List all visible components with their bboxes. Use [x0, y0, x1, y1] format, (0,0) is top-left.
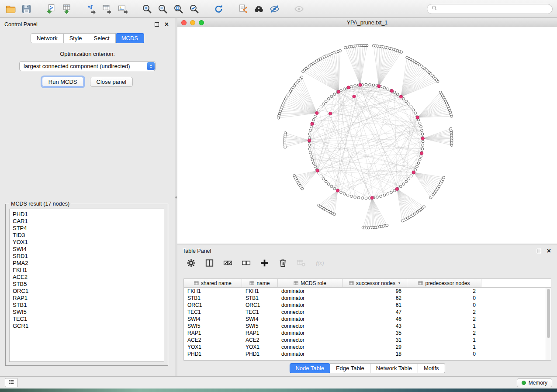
column-header-name[interactable]: name: [242, 279, 278, 287]
select-all-columns-button[interactable]: [222, 257, 234, 269]
network-node[interactable]: [390, 191, 393, 194]
mcds-result-item[interactable]: STB1: [13, 302, 164, 309]
cell-role[interactable]: dominator: [278, 330, 343, 336]
network-node[interactable]: [350, 86, 353, 88]
cell-name[interactable]: SWI5: [242, 323, 278, 329]
cell-predecessors[interactable]: 1: [407, 337, 481, 343]
network-node[interactable]: [421, 133, 424, 135]
table-row[interactable]: TEC1TEC1connector472: [184, 309, 546, 316]
network-node[interactable]: [343, 88, 346, 90]
cell-name[interactable]: FKH1: [242, 288, 278, 294]
cell-shared_name[interactable]: RAP1: [184, 330, 242, 336]
table-row[interactable]: FKH1FKH1dominator962: [184, 288, 546, 295]
cell-name[interactable]: TEC1: [242, 309, 278, 315]
toggle-column-panel-button[interactable]: [204, 257, 215, 269]
search-input[interactable]: [440, 5, 548, 12]
network-hub-node[interactable]: [395, 187, 398, 190]
network-node[interactable]: [343, 193, 346, 195]
tab-network[interactable]: Network: [31, 33, 64, 43]
cell-predecessors[interactable]: 1: [407, 323, 481, 329]
network-hub-node[interactable]: [377, 85, 381, 88]
cell-role[interactable]: dominator: [278, 316, 343, 322]
network-node[interactable]: [410, 106, 412, 108]
network-hub-node[interactable]: [308, 139, 311, 142]
network-node[interactable]: [399, 185, 402, 188]
network-node[interactable]: [333, 93, 336, 96]
network-node[interactable]: [383, 86, 386, 89]
cell-shared_name[interactable]: SWI5: [184, 323, 242, 329]
cell-role[interactable]: connector: [278, 323, 343, 329]
network-node[interactable]: [325, 180, 327, 183]
network-node[interactable]: [301, 187, 304, 190]
network-node[interactable]: [443, 176, 445, 179]
cell-role[interactable]: connector: [278, 337, 343, 343]
table-row[interactable]: YOX1YOX1connector291: [184, 344, 546, 351]
network-canvas[interactable]: [177, 27, 557, 244]
network-node[interactable]: [365, 197, 367, 199]
column-header-successors[interactable]: successor nodes▾: [343, 279, 407, 287]
network-node[interactable]: [422, 144, 424, 147]
table-row[interactable]: PHD1PHD1dominator180: [184, 351, 546, 358]
network-node[interactable]: [365, 83, 367, 86]
network-node[interactable]: [325, 100, 327, 103]
network-node[interactable]: [414, 112, 417, 114]
save-session-button[interactable]: [20, 3, 33, 15]
network-node[interactable]: [408, 103, 410, 105]
mcds-result-item[interactable]: YOX1: [13, 239, 164, 246]
zoom-in-button[interactable]: [141, 3, 153, 15]
network-node[interactable]: [311, 158, 314, 161]
network-node[interactable]: [396, 93, 399, 96]
network-hub-node[interactable]: [315, 111, 318, 114]
import-network-button[interactable]: [45, 3, 57, 15]
network-hub-node[interactable]: [420, 151, 423, 155]
network-hub-node[interactable]: [311, 122, 314, 125]
export-image-button[interactable]: [116, 3, 129, 15]
cell-shared_name[interactable]: PHD1: [184, 351, 242, 357]
mcds-result-list[interactable]: PHD1CAR1STP4TID3YOX1SWI4SRD1PMA2FKH1ACE2…: [9, 209, 164, 362]
cell-shared_name[interactable]: YOX1: [184, 344, 242, 350]
network-node[interactable]: [420, 155, 422, 158]
float-panel-icon[interactable]: [155, 22, 159, 27]
cell-predecessors[interactable]: 1: [407, 344, 481, 350]
cell-predecessors[interactable]: 2: [407, 288, 481, 294]
network-node[interactable]: [308, 148, 311, 150]
tab-mcds[interactable]: MCDS: [116, 33, 144, 43]
network-node[interactable]: [322, 103, 325, 105]
network-node[interactable]: [372, 84, 375, 86]
memory-button[interactable]: Memory: [517, 378, 552, 387]
network-node[interactable]: [333, 187, 336, 190]
network-node[interactable]: [421, 148, 424, 150]
cell-successors[interactable]: 46: [343, 316, 407, 322]
column-header-shared_name[interactable]: shared name: [184, 279, 242, 287]
cell-successors[interactable]: 96: [343, 288, 407, 294]
close-table-panel-icon[interactable]: ×: [547, 249, 551, 253]
network-node[interactable]: [340, 191, 343, 194]
cell-predecessors[interactable]: 0: [407, 302, 481, 308]
minimize-window-button[interactable]: [190, 20, 195, 25]
share-network-button[interactable]: [237, 3, 249, 15]
cell-predecessors[interactable]: 0: [407, 295, 481, 301]
close-panel-button[interactable]: Close panel: [90, 77, 133, 87]
mcds-result-item[interactable]: ACE2: [13, 274, 164, 281]
mcds-result-item[interactable]: PHD1: [13, 211, 164, 218]
mcds-result-item[interactable]: STP4: [13, 225, 164, 232]
cell-predecessors[interactable]: 0: [407, 351, 481, 357]
network-node[interactable]: [314, 115, 317, 118]
network-hub-node[interactable]: [316, 169, 319, 172]
run-mcds-button[interactable]: Run MCDS: [42, 77, 84, 87]
network-node[interactable]: [309, 151, 312, 154]
network-node[interactable]: [383, 194, 386, 196]
cell-name[interactable]: RAP1: [242, 330, 278, 336]
table-scrollbar[interactable]: [546, 288, 551, 360]
tab-style[interactable]: Style: [64, 33, 88, 43]
network-node[interactable]: [376, 196, 379, 199]
mcds-result-item[interactable]: PMA2: [13, 260, 164, 267]
network-node[interactable]: [416, 165, 419, 168]
network-node[interactable]: [284, 146, 287, 148]
mcds-result-item[interactable]: RAP1: [13, 295, 164, 302]
close-panel-icon[interactable]: ×: [165, 22, 169, 27]
hide-graphics-details-button[interactable]: [268, 3, 281, 15]
network-node[interactable]: [312, 118, 315, 121]
cell-role[interactable]: dominator: [278, 351, 343, 357]
network-node[interactable]: [357, 196, 360, 199]
